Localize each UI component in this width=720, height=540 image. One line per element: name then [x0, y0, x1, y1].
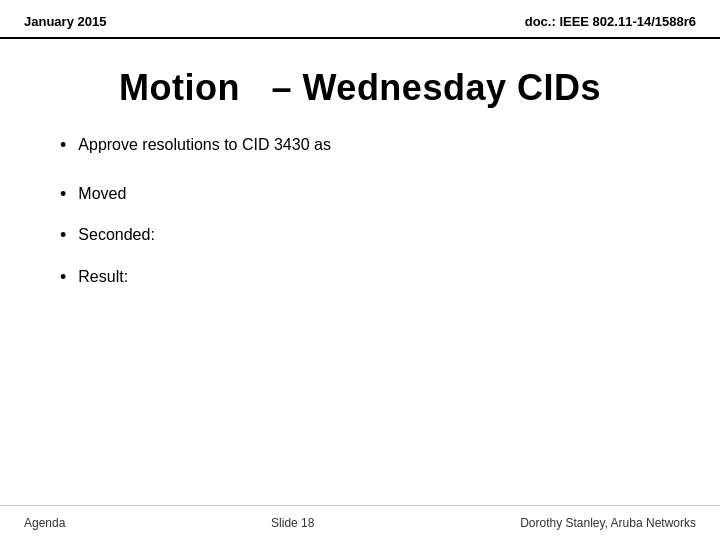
- header-date: January 2015: [24, 14, 106, 29]
- slide-container: January 2015 doc.: IEEE 802.11-14/1588r6…: [0, 0, 720, 540]
- footer-agenda: Agenda: [24, 516, 65, 530]
- bullet-item-seconded: • Seconded:: [60, 223, 660, 248]
- action-bullets: • Moved • Seconded: • Result:: [60, 182, 660, 290]
- content-area: • Approve resolutions to CID 3430 as • M…: [0, 133, 720, 290]
- bullet-symbol-4: •: [60, 265, 66, 290]
- footer-slide-number: Slide 18: [271, 516, 314, 530]
- slide-title: Motion – Wednesday CIDs: [24, 67, 696, 109]
- slide-header: January 2015 doc.: IEEE 802.11-14/1588r6: [0, 0, 720, 39]
- main-title-block: Motion – Wednesday CIDs: [0, 67, 720, 109]
- bullet-item-approve: • Approve resolutions to CID 3430 as: [60, 133, 660, 158]
- bullet-symbol-1: •: [60, 133, 66, 158]
- header-doc: doc.: IEEE 802.11-14/1588r6: [525, 14, 696, 29]
- slide-footer: Agenda Slide 18 Dorothy Stanley, Aruba N…: [0, 505, 720, 540]
- bullet-text-result: Result:: [78, 265, 128, 289]
- bullet-item-moved: • Moved: [60, 182, 660, 207]
- bullet-symbol-2: •: [60, 182, 66, 207]
- bullet-symbol-3: •: [60, 223, 66, 248]
- bullet-text-moved: Moved: [78, 182, 126, 206]
- bullet-text-approve: Approve resolutions to CID 3430 as: [78, 133, 331, 157]
- bullet-text-seconded: Seconded:: [78, 223, 155, 247]
- footer-author: Dorothy Stanley, Aruba Networks: [520, 516, 696, 530]
- bullet-item-result: • Result:: [60, 265, 660, 290]
